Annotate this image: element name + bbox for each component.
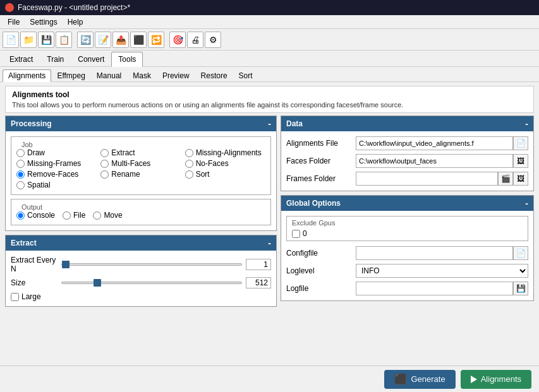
logfile-input[interactable] <box>356 282 513 295</box>
radio-no-faces: No-Faces <box>185 159 265 168</box>
menu-help[interactable]: Help <box>63 16 88 28</box>
alignments-file-input[interactable] <box>356 136 513 150</box>
subtab-sort[interactable]: Sort <box>233 69 258 81</box>
job-radio-grid: Draw Extract Missing-Alignments Missing-… <box>16 148 265 189</box>
generate-label: Generate <box>411 374 445 384</box>
tab-extract[interactable]: Extract <box>3 52 40 66</box>
job-legend: Job <box>19 141 265 148</box>
radio-console: Console <box>16 211 55 220</box>
content-area: Alignments tool This tool allows you to … <box>0 82 539 365</box>
data-panel-header: Data - <box>281 116 533 131</box>
processing-panel-header: Processing - <box>6 116 276 131</box>
menu-file[interactable]: File <box>3 16 25 28</box>
exclude-gpus-label: Exclude Gpus <box>292 219 523 227</box>
size-thumb[interactable] <box>94 279 101 287</box>
subtab-alignments[interactable]: Alignments <box>3 69 51 82</box>
toolbar-refresh[interactable]: 🔄 <box>77 32 94 48</box>
toolbar-print[interactable]: 🖨 <box>187 32 203 48</box>
gpu-0-label: 0 <box>303 229 307 238</box>
tab-train[interactable]: Train <box>40 52 71 66</box>
menu-settings[interactable]: Settings <box>25 16 62 28</box>
logfile-browse-btn[interactable]: 💾 <box>513 282 528 295</box>
global-options-body: Exclude Gpus 0 Configfile 📄 Loglevel <box>281 211 533 300</box>
left-column: Processing - Job Draw Extract <box>5 116 277 363</box>
gpu-0-checkbox[interactable] <box>292 230 300 238</box>
toolbar-open[interactable]: 📁 <box>20 32 37 48</box>
toolbar-stop[interactable]: ⬛ <box>130 32 147 48</box>
faces-folder-input[interactable] <box>356 154 513 168</box>
bottom-bar: ⬛ Generate Alignments <box>0 365 539 392</box>
job-group: Job Draw Extract Missing-Alignments <box>11 136 271 195</box>
extract-collapse-btn[interactable]: - <box>268 238 271 248</box>
toolbar-new[interactable]: 📄 <box>3 32 19 48</box>
loglevel-label: Loglevel <box>286 266 356 275</box>
titlebar: Faceswap.py - <untitled project>* <box>0 0 539 15</box>
processing-collapse-btn[interactable]: - <box>268 119 271 129</box>
extract-every-n-thumb[interactable] <box>62 261 70 268</box>
frames-folder-browse-img[interactable]: 🖼 <box>513 172 528 186</box>
alignments-file-browse-btn[interactable]: 📄 <box>513 136 528 150</box>
size-row: Size <box>11 277 271 288</box>
radio-draw: Draw <box>16 148 97 157</box>
radio-file: File <box>63 211 85 220</box>
radio-missing-frames: Missing-Frames <box>16 159 97 168</box>
frames-folder-input[interactable] <box>356 172 498 186</box>
radio-extract: Extract <box>100 148 181 157</box>
info-title: Alignments tool <box>12 90 527 99</box>
global-options-collapse-btn[interactable]: - <box>525 198 528 208</box>
play-icon <box>471 376 477 383</box>
tab-convert[interactable]: Convert <box>71 52 111 66</box>
toolbar-saveas[interactable]: 📋 <box>56 32 72 48</box>
radio-sort: Sort <box>185 170 265 179</box>
toolbar-export[interactable]: 📤 <box>112 32 129 48</box>
info-banner: Alignments tool This tool allows you to … <box>5 86 534 113</box>
tab-tools[interactable]: Tools <box>111 52 143 67</box>
radio-move: Move <box>93 211 122 220</box>
toolbar-save[interactable]: 💾 <box>38 32 54 48</box>
subtab-effmpeg[interactable]: Effmpeg <box>51 69 90 81</box>
toolbar-target[interactable]: 🎯 <box>169 32 186 48</box>
data-panel-title: Data <box>286 119 303 128</box>
large-label: Large <box>21 292 41 301</box>
sub-tabbar: Alignments Effmpeg Manual Mask Preview R… <box>0 67 539 82</box>
subtab-preview[interactable]: Preview <box>157 69 195 81</box>
global-options-title: Global Options <box>286 199 341 208</box>
alignments-button[interactable]: Alignments <box>461 370 531 389</box>
frames-folder-row: Frames Folder 🎬 🖼 <box>286 172 528 186</box>
configfile-browse-btn[interactable]: 📄 <box>513 246 528 260</box>
configfile-input[interactable] <box>356 246 513 260</box>
extract-every-n-label: Extract Every N <box>11 256 61 273</box>
data-collapse-btn[interactable]: - <box>525 119 528 129</box>
extract-every-n-track <box>61 263 242 266</box>
radio-rename: Rename <box>100 170 181 179</box>
logfile-row: Logfile 💾 <box>286 282 528 295</box>
extract-panel-title: Extract <box>11 239 37 247</box>
frames-folder-browse-video[interactable]: 🎬 <box>498 172 513 186</box>
faces-folder-label: Faces Folder <box>286 157 356 165</box>
data-panel: Data - Alignments File 📄 Faces Folder 🖼 <box>281 116 534 191</box>
radio-missing-alignments: Missing-Alignments <box>185 148 265 157</box>
alignments-file-label: Alignments File <box>286 139 356 148</box>
loglevel-row: Loglevel DEBUG INFO WARNING ERROR CRITIC… <box>286 264 528 278</box>
size-value[interactable] <box>246 277 271 288</box>
toolbar-restart[interactable]: 🔁 <box>148 32 164 48</box>
toolbar-settings[interactable]: ⚙ <box>205 32 221 48</box>
subtab-manual[interactable]: Manual <box>91 69 127 81</box>
large-checkbox[interactable] <box>11 293 19 301</box>
size-track <box>61 282 242 284</box>
faces-folder-browse-btn[interactable]: 🖼 <box>513 154 528 168</box>
main-tabbar: Extract Train Convert Tools <box>0 50 539 67</box>
app-icon <box>5 3 14 12</box>
toolbar-load[interactable]: 📝 <box>95 32 111 48</box>
extract-panel-body: Extract Every N Size <box>6 251 276 306</box>
radio-multi-faces: Multi-Faces <box>100 159 181 168</box>
loglevel-select[interactable]: DEBUG INFO WARNING ERROR CRITICAL <box>356 264 528 278</box>
generate-button[interactable]: ⬛ Generate <box>384 370 455 389</box>
extract-every-n-value[interactable] <box>246 259 271 270</box>
subtab-mask[interactable]: Mask <box>127 69 157 81</box>
gpu-0-row: 0 <box>292 229 523 238</box>
output-group: Output Console File Move <box>11 199 271 225</box>
output-radio-row: Console File Move <box>16 211 265 220</box>
subtab-restore[interactable]: Restore <box>195 69 233 81</box>
logfile-label: Logfile <box>286 284 356 293</box>
